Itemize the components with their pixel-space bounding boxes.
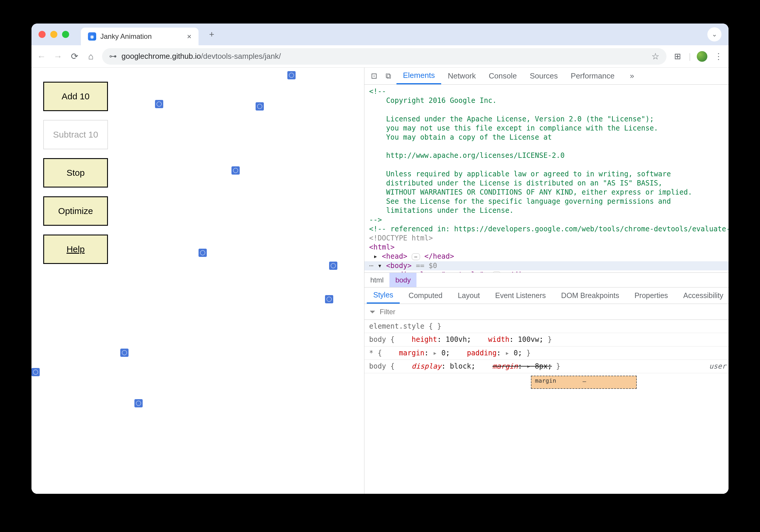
dom-doctype: <!DOCTYPE html>: [369, 234, 433, 242]
collapsed-badge-icon[interactable]: ⋯: [492, 272, 501, 273]
devtools-tab-network[interactable]: Network: [441, 67, 482, 84]
site-info-icon[interactable]: ⊶: [109, 52, 117, 61]
styles-tabbar: StylesComputedLayoutEvent ListenersDOM B…: [364, 288, 729, 304]
favicon-icon: ◉: [88, 32, 96, 41]
minimize-window-button[interactable]: [50, 31, 57, 38]
tab-title: Janky Animation: [100, 32, 152, 41]
dom-head-close: </head>: [424, 252, 454, 260]
styles-tab-dom-breakpoints[interactable]: DOM Breakpoints: [555, 288, 626, 304]
chevron-down-icon[interactable]: ⌄: [707, 27, 722, 41]
dom-tree-panel[interactable]: <!-- Copyright 2016 Google Inc. Licensed…: [364, 85, 729, 273]
animated-boxes-layer: [31, 67, 364, 494]
animated-box: [120, 349, 128, 357]
devtools-tab-console[interactable]: Console: [482, 67, 523, 84]
animated-box: [155, 100, 163, 108]
animated-box: [256, 102, 264, 111]
devtools-tab-sources[interactable]: Sources: [523, 67, 564, 84]
styles-tab-styles[interactable]: Styles: [367, 288, 400, 304]
dom-breadcrumb: html body: [364, 273, 729, 288]
toolbar: ← → ⟳ ⌂ ⊶ googlechrome.github.io/devtool…: [31, 45, 729, 67]
animated-box: [31, 368, 40, 376]
content-area: Add 10 Subtract 10 Stop Optimize Help ⊡ …: [31, 67, 729, 494]
dom-body-tag: <body>: [386, 262, 412, 270]
reload-button[interactable]: ⟳: [69, 51, 80, 62]
dom-div-controls[interactable]: <div class="controls">: [395, 271, 488, 273]
filter-funnel-icon: ⏷: [369, 308, 376, 316]
bookmark-star-icon[interactable]: ☆: [651, 51, 659, 62]
animated-box: [231, 166, 240, 175]
devtools-tabbar: ⊡ ⧉ ElementsNetworkConsoleSourcesPerform…: [364, 67, 729, 85]
styles-tab-properties[interactable]: Properties: [628, 288, 674, 304]
home-button[interactable]: ⌂: [86, 51, 96, 62]
animated-box: [199, 249, 207, 257]
breadcrumb-html[interactable]: html: [364, 273, 389, 287]
page-viewport: Add 10 Subtract 10 Stop Optimize Help: [31, 67, 364, 494]
device-toggle-icon[interactable]: ⧉: [383, 71, 394, 80]
separator: |: [689, 52, 691, 61]
close-window-button[interactable]: [38, 31, 46, 38]
titlebar: ◉ Janky Animation × + ⌄: [31, 23, 729, 45]
address-bar[interactable]: ⊶ googlechrome.github.io/devtools-sample…: [102, 48, 666, 65]
back-button[interactable]: ←: [36, 51, 47, 62]
breadcrumb-body[interactable]: body: [389, 273, 416, 287]
maximize-window-button[interactable]: [62, 31, 69, 38]
box-model-margin-label: margin: [535, 377, 556, 384]
kebab-menu-icon[interactable]: ⋮: [713, 51, 724, 61]
devtools-tab-elements[interactable]: Elements: [397, 67, 441, 84]
animated-box: [287, 71, 296, 79]
devtools-tab-performance[interactable]: Performance: [564, 67, 621, 84]
extensions-icon[interactable]: ⊞: [672, 51, 683, 61]
url-path: /devtools-samples/jank/: [201, 52, 281, 61]
close-tab-button[interactable]: ×: [187, 32, 191, 41]
animated-box: [134, 399, 143, 407]
dom-html-tag[interactable]: <html>: [369, 243, 395, 251]
animated-box: [329, 262, 337, 270]
source-ua-label: user agent stylesheet: [709, 362, 729, 371]
styles-filter-row: ⏷ :hov .cls ＋ ☲ ◫: [364, 304, 729, 320]
styles-tab-event-listeners[interactable]: Event Listeners: [489, 288, 552, 304]
filter-input[interactable]: [380, 308, 729, 316]
more-tabs-button[interactable]: »: [623, 67, 640, 84]
styles-rules-panel[interactable]: element.style { } styles.css:20 body { h…: [364, 320, 729, 494]
new-tab-button[interactable]: +: [209, 29, 214, 39]
inspect-element-icon[interactable]: ⊡: [368, 71, 380, 80]
traffic-lights: [38, 31, 69, 38]
dom-body-selected-row[interactable]: ⋯ ▾ <body> == $0: [364, 261, 729, 270]
styles-tab-computed[interactable]: Computed: [402, 288, 449, 304]
dom-selection-marker: == $0: [412, 262, 437, 270]
dom-head-open[interactable]: <head>: [382, 252, 407, 260]
browser-window: ◉ Janky Animation × + ⌄ ← → ⟳ ⌂ ⊶ google…: [31, 23, 729, 494]
styles-tab-layout[interactable]: Layout: [451, 288, 486, 304]
devtools-panel: ⊡ ⧉ ElementsNetworkConsoleSourcesPerform…: [364, 67, 729, 494]
url-host: googlechrome.github.io: [121, 52, 201, 61]
forward-button[interactable]: →: [53, 51, 63, 62]
rule-body-ua[interactable]: user agent stylesheet body { display: bl…: [364, 360, 729, 373]
dom-div-close: </div>: [505, 271, 531, 273]
rule-star[interactable]: styles.css:15 * { margin: ▸ 0; padding: …: [364, 346, 729, 360]
animated-box: [325, 295, 333, 303]
styles-tab-accessibility[interactable]: Accessibility: [677, 288, 729, 304]
box-model-margin-value: –: [583, 377, 586, 385]
rule-body-author[interactable]: styles.css:20 body { height: 100vh; widt…: [364, 333, 729, 346]
rule-element-style[interactable]: element.style { }: [364, 320, 729, 333]
avatar[interactable]: [697, 51, 707, 62]
box-model-diagram[interactable]: margin –: [364, 373, 729, 389]
collapsed-badge-icon[interactable]: ⋯: [412, 253, 420, 260]
browser-tab[interactable]: ◉ Janky Animation ×: [81, 28, 199, 45]
